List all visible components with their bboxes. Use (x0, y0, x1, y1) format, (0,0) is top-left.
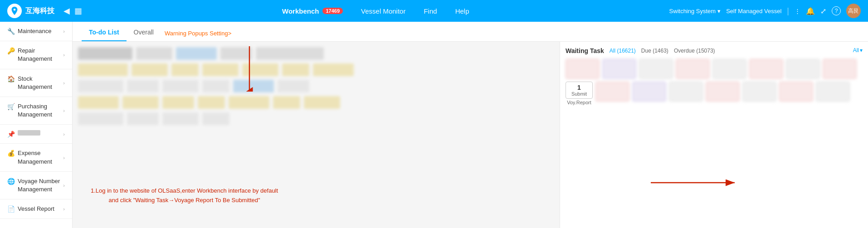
top-navigation: 互海科技 ◀ ▦ Workbench 17469 Vessel Monitor … (0, 0, 868, 22)
all-label: All (853, 47, 859, 53)
more-icon[interactable]: ⋮ (795, 8, 800, 15)
cart-icon: 🛒 (7, 103, 15, 110)
sidebar-item-blank[interactable]: 📌 › (0, 125, 72, 144)
task-cell (742, 82, 776, 102)
blurred-cell (256, 47, 324, 60)
task-cell (595, 82, 629, 102)
blurred-data-row (78, 63, 554, 76)
sidebar-item-vessel[interactable]: 📄 Vessel Report › (0, 199, 72, 219)
filter-all[interactable]: All (16621) (610, 48, 636, 54)
blurred-cell (78, 80, 123, 92)
blurred-cell (229, 96, 269, 109)
back-icon[interactable]: ◀ (63, 6, 70, 16)
blurred-cell (202, 80, 229, 92)
nav-help[interactable]: Help (455, 7, 469, 15)
nav-quick-icons: ◀ ▦ (63, 6, 82, 16)
blurred-cell (202, 63, 239, 76)
blurred-header-row (78, 47, 554, 60)
task-cell (566, 59, 600, 79)
blank-label (18, 130, 40, 136)
task-cell (749, 59, 783, 79)
nav-divider: | (787, 6, 789, 16)
all-filter-button[interactable]: All ▾ (853, 47, 863, 53)
app-name: 互海科技 (25, 6, 54, 16)
submit-number: 1 (570, 84, 589, 91)
filter-due[interactable]: Due (1463) (641, 48, 668, 54)
blurred-cell (78, 63, 128, 76)
arrow-right (651, 176, 741, 189)
blurred-cell (171, 63, 199, 76)
blurred-cell (273, 96, 300, 109)
tab-warning-popups[interactable]: Warning Popups Setting> (161, 25, 235, 41)
help-circle-icon[interactable]: ? (832, 6, 841, 15)
maintenance-label: Maintenance (18, 27, 51, 35)
globe-icon: 🌐 (7, 178, 15, 185)
dropdown-chevron-icon: ▾ (860, 47, 863, 53)
sidebar-item-content: 🔧 Maintenance (7, 27, 51, 35)
blurred-data-row (78, 96, 554, 109)
tab-overall[interactable]: Overall (127, 24, 161, 41)
task-row-1 (566, 59, 863, 79)
switching-system[interactable]: Switching System ▾ (669, 8, 721, 15)
blurred-cell (176, 47, 217, 60)
right-panel: All ▾ Waiting Task All (16621) Due (1463… (560, 42, 868, 228)
blurred-cell (136, 47, 172, 60)
blurred-cell (132, 63, 168, 76)
workbench-badge: 17469 (322, 8, 343, 14)
sidebar-item-content: 🔑 Repair Management (7, 47, 60, 63)
sidebar-item-maintenance[interactable]: 🔧 Maintenance › (0, 22, 72, 41)
nav-vessel-monitor[interactable]: Vessel Monitor (361, 7, 405, 15)
sidebar-item-repair[interactable]: 🔑 Repair Management › (0, 41, 72, 69)
key-icon: 🔑 (7, 47, 15, 54)
task-cell (786, 59, 820, 79)
notification-icon[interactable]: 🔔 (806, 7, 815, 15)
avatar[interactable]: 高艮 (846, 4, 861, 18)
blurred-cell (242, 63, 278, 76)
workbench-label: Workbench (282, 7, 319, 15)
task-cell (779, 82, 813, 102)
task-cell (712, 59, 746, 79)
task-row-2: 1 Submit Voy.Report (566, 82, 863, 105)
tab-todo[interactable]: To-do List (82, 24, 127, 41)
sidebar-item-purchasing[interactable]: 🛒 Purchasing Management › (0, 97, 72, 125)
blurred-cell (78, 96, 119, 109)
self-managed-vessel-label: Self Managed Vessel (726, 8, 781, 15)
blurred-cell (233, 80, 274, 92)
vessel-report-label: Vessel Report (18, 205, 54, 213)
self-managed-vessel[interactable]: Self Managed Vessel (726, 8, 781, 15)
dropdown-arrow-icon: ▾ (717, 8, 721, 15)
chevron-right-icon: › (63, 29, 65, 34)
tabs-bar: To-do List Overall Warning Popups Settin… (73, 22, 868, 42)
coin-icon: 💰 (7, 150, 15, 157)
fullscreen-icon[interactable]: ⤢ (820, 7, 826, 15)
task-cell (823, 59, 857, 79)
task-cell (816, 82, 850, 102)
submit-task-box[interactable]: 1 Submit (566, 82, 593, 99)
nav-workbench[interactable]: Workbench 17469 (282, 7, 343, 15)
sidebar-item-voyage[interactable]: 🌐 Voyage Number Management › (0, 172, 72, 199)
chevron-right-icon: › (63, 80, 65, 86)
task-cell (632, 82, 666, 102)
sidebar-item-expense[interactable]: 💰 Expense Management › (0, 144, 72, 171)
submit-task-wrapper: 1 Submit Voy.Report (566, 82, 593, 105)
map-icon[interactable]: ▦ (74, 6, 82, 16)
blurred-cell (198, 96, 225, 109)
blurred-cell (282, 63, 309, 76)
nav-find[interactable]: Find (424, 7, 437, 15)
sidebar-item-content: 💰 Expense Management (7, 149, 60, 165)
waiting-task-header: Waiting Task All (16621) Due (1463) Over… (566, 47, 863, 54)
voyage-label: Voyage Number Management (18, 177, 60, 194)
sidebar-item-content: 📄 Vessel Report (7, 205, 54, 213)
blurred-data-row (78, 112, 554, 125)
blurred-cell (162, 80, 199, 92)
workbench-content: 1.Log in to the website of OLSaaS,enter … (73, 42, 868, 228)
nav-right: Switching System ▾ Self Managed Vessel |… (669, 4, 861, 18)
blurred-cell (78, 47, 132, 60)
help-label: Help (455, 7, 469, 15)
logo: 互海科技 (7, 4, 54, 18)
sidebar-item-stock[interactable]: 🏠 Stock Management › (0, 69, 72, 97)
purchasing-label: Purchasing Management (18, 102, 60, 119)
annotation-block: 1.Log in to the website of OLSaaS,enter … (91, 186, 278, 205)
annotation-text: 1.Log in to the website of OLSaaS,enter … (91, 186, 278, 205)
filter-overdue[interactable]: Overdue (15073) (674, 48, 715, 54)
